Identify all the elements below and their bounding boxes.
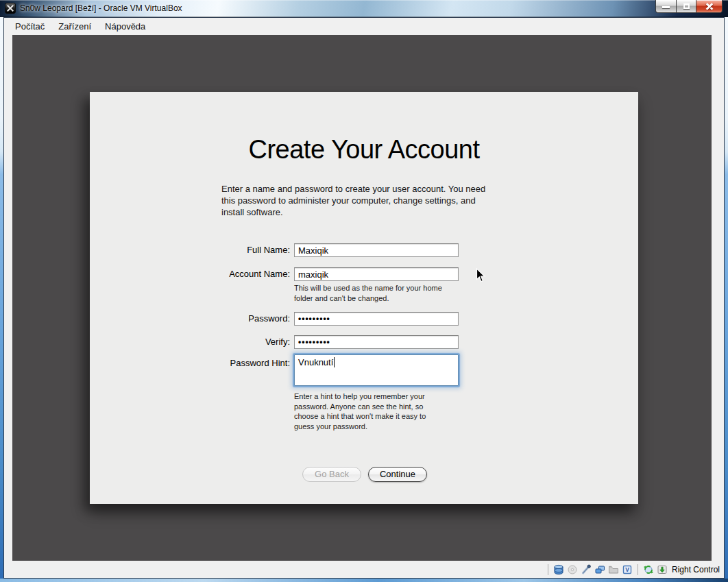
full-name-input[interactable] [294,243,459,257]
host-key-label: Right Control [672,565,720,574]
window-controls [655,0,723,13]
verify-label: Verify: [90,335,290,349]
vm-guest-screen[interactable]: Create Your Account Enter a name and pas… [12,35,712,561]
password-hint-value: Vnuknutí [298,357,333,367]
verify-input[interactable] [294,335,459,349]
full-name-label: Full Name: [90,243,290,257]
titlebar[interactable]: Sn0w Leopard [Beží] - Oracle VM VirtualB… [0,0,728,17]
minimize-button[interactable] [655,0,676,13]
shared-folders-icon[interactable] [608,564,619,575]
window-border-left [0,17,3,579]
virtualbox-window: { "window": { "title": "Sn0w Leopard [Be… [0,0,728,582]
svg-text:V: V [625,566,629,573]
menu-help[interactable]: Nápověda [98,19,152,34]
restore-icon [683,3,690,9]
password-label: Password: [90,312,290,326]
window-border-bottom [0,579,728,582]
statusbar-separator [638,564,638,575]
statusbar: V Right Control [4,561,724,579]
menubar: Počítač Zařízení Nápověda [4,17,724,35]
optical-disc-icon[interactable] [567,564,578,575]
password-hint-input[interactable]: Vnuknutí [294,354,459,386]
network-icon[interactable] [594,564,605,575]
statusbar-icons: V Right Control [546,561,720,579]
continue-button[interactable]: Continue [368,467,427,482]
virtualization-icon[interactable]: V [622,564,633,575]
window-title: Sn0w Leopard [Beží] - Oracle VM VirtualB… [20,0,182,17]
window-border-right [725,17,728,579]
text-caret [334,357,335,367]
usb-icon[interactable] [581,564,592,575]
statusbar-separator [548,564,548,575]
mouse-integration-icon[interactable] [643,564,654,575]
virtualbox-logo-icon [5,3,16,14]
minimize-icon [662,6,670,8]
hdd-icon[interactable] [553,564,564,575]
go-back-button[interactable]: Go Back [302,467,361,482]
password-input[interactable] [294,312,459,326]
account-name-help-text: This will be used as the name for your h… [294,283,467,303]
restore-button[interactable] [676,0,696,13]
dialog-title: Create Your Account [90,135,638,165]
password-hint-label: Password Hint: [90,356,290,370]
password-hint-help-text: Enter a hint to help you remember your p… [294,391,467,431]
create-account-dialog: Create Your Account Enter a name and pas… [90,92,638,504]
menu-devices[interactable]: Zařízení [51,19,98,34]
account-name-label: Account Name: [90,267,290,281]
account-name-input[interactable] [294,267,459,281]
dialog-intro-text: Enter a name and password to create your… [221,183,523,218]
close-icon [706,3,713,10]
keyboard-capture-icon[interactable] [657,564,668,575]
menu-computer[interactable]: Počítač [8,19,51,34]
close-button[interactable] [696,0,723,13]
mouse-cursor [476,268,486,283]
